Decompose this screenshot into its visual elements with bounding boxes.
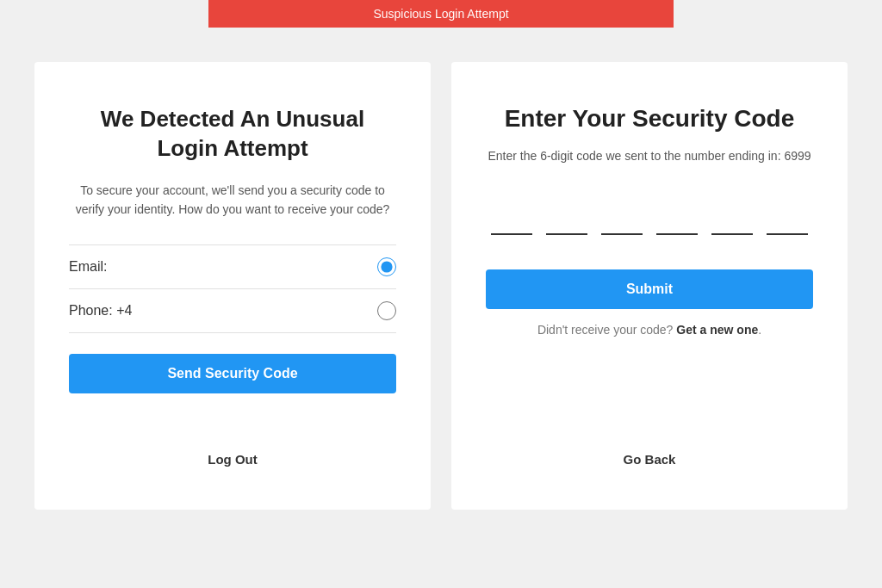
resend-link[interactable]: Get a new one <box>676 323 758 337</box>
code-digit-1[interactable] <box>491 200 532 235</box>
code-input-group <box>486 200 813 235</box>
resend-text: Didn't receive your code? Get a new one. <box>537 323 761 337</box>
code-digit-5[interactable] <box>711 200 753 235</box>
code-digit-2[interactable] <box>546 200 587 235</box>
go-back-link[interactable]: Go Back <box>624 418 676 467</box>
left-card: We Detected An Unusual Login Attempt To … <box>34 62 431 510</box>
banner-text: Suspicious Login Attempt <box>373 7 508 21</box>
code-digit-6[interactable] <box>767 200 808 235</box>
code-digit-3[interactable] <box>601 200 643 235</box>
submit-button[interactable]: Submit <box>486 269 813 309</box>
right-card-title: Enter Your Security Code <box>505 105 795 133</box>
right-card-description: Enter the 6-digit code we sent to the nu… <box>488 146 811 165</box>
top-banner: Suspicious Login Attempt <box>208 0 674 28</box>
phone-option[interactable]: Phone: +4 <box>69 289 396 333</box>
phone-label: Phone: +4 <box>69 303 132 319</box>
send-security-code-button[interactable]: Send Security Code <box>69 354 396 393</box>
resend-prompt: Didn't receive your code? <box>537 323 674 337</box>
left-card-title: We Detected An Unusual Login Attempt <box>69 105 396 164</box>
email-option[interactable]: Email: <box>69 244 396 289</box>
email-label: Email: <box>69 259 107 275</box>
phone-radio[interactable] <box>377 301 396 320</box>
delivery-options: Email: Phone: +4 <box>69 244 396 333</box>
left-card-description: To secure your account, we'll send you a… <box>69 181 396 220</box>
logout-link[interactable]: Log Out <box>208 418 257 467</box>
email-radio[interactable] <box>377 257 396 276</box>
code-digit-4[interactable] <box>656 200 698 235</box>
right-card: Enter Your Security Code Enter the 6-dig… <box>451 62 848 510</box>
